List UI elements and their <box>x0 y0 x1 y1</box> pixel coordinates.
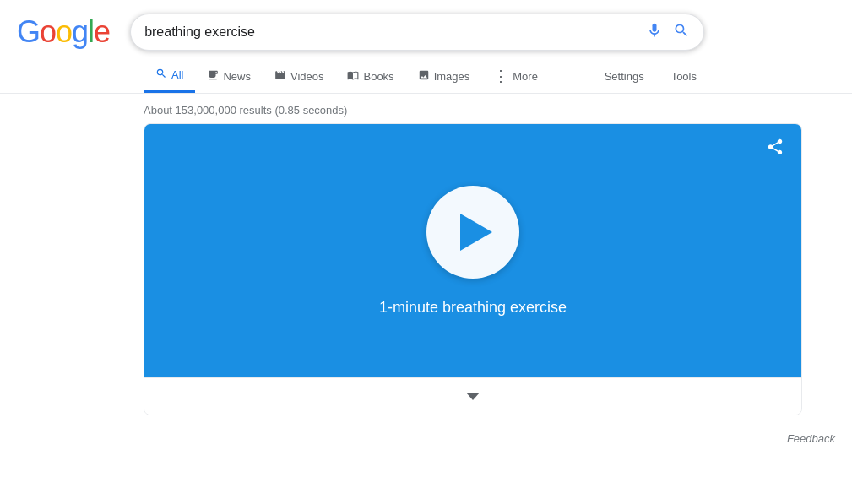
main-content: 1-minute breathing exercise <box>0 123 852 415</box>
search-input[interactable] <box>144 24 646 40</box>
results-info: About 153,000,000 results (0.85 seconds) <box>0 94 852 123</box>
play-button[interactable] <box>426 186 519 279</box>
tab-videos[interactable]: Videos <box>263 61 336 92</box>
more-dots-icon: ⋮ <box>493 68 508 84</box>
breathing-exercise-title: 1-minute breathing exercise <box>379 299 567 317</box>
feedback-link[interactable]: Feedback <box>787 432 835 445</box>
nav-tabs: All News Videos Books Images <box>0 54 852 94</box>
books-icon <box>347 69 359 84</box>
google-logo[interactable]: Google <box>17 14 110 50</box>
footer: Feedback <box>0 422 852 455</box>
tab-all-label: All <box>171 68 183 81</box>
news-icon <box>207 69 219 84</box>
play-triangle-icon <box>460 214 492 251</box>
videos-icon <box>274 69 286 84</box>
all-icon <box>155 68 167 82</box>
settings-link[interactable]: Settings <box>593 62 656 91</box>
microphone-icon[interactable] <box>646 22 663 42</box>
search-icon-btn[interactable] <box>673 22 690 42</box>
tab-books-label: Books <box>363 70 393 83</box>
header: Google <box>0 0 852 51</box>
nav-right: Settings Tools <box>593 62 708 91</box>
images-icon <box>418 69 430 84</box>
tab-all[interactable]: All <box>144 59 195 93</box>
breathing-card: 1-minute breathing exercise <box>144 123 802 415</box>
breathing-expand-button[interactable] <box>144 377 801 415</box>
share-icon[interactable] <box>766 138 784 160</box>
search-bar <box>130 14 704 51</box>
chevron-down-icon <box>466 393 480 400</box>
tab-images-label: Images <box>434 70 470 83</box>
tab-news[interactable]: News <box>195 61 263 92</box>
search-icons <box>646 22 690 42</box>
tab-news-label: News <box>223 70 251 83</box>
search-bar-container <box>130 14 704 51</box>
tab-more-label: More <box>513 70 538 83</box>
tab-books[interactable]: Books <box>335 61 405 92</box>
breathing-video[interactable]: 1-minute breathing exercise <box>144 124 801 377</box>
tab-images[interactable]: Images <box>406 61 482 92</box>
tools-link[interactable]: Tools <box>659 62 708 91</box>
tab-more[interactable]: ⋮ More <box>481 60 550 92</box>
tab-videos-label: Videos <box>290 70 324 83</box>
